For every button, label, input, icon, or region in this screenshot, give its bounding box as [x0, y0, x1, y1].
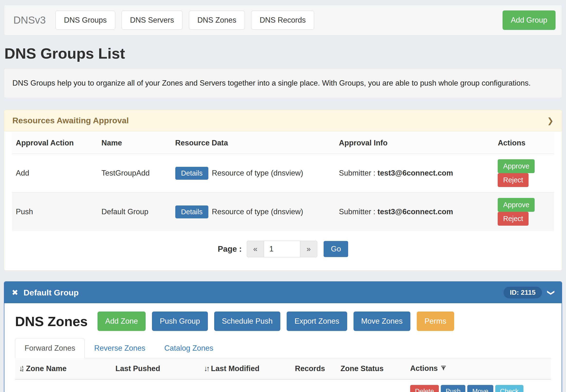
top-navigation-bar: DNSv3 DNS Groups DNS Servers DNS Zones D…	[4, 5, 562, 36]
add-group-button[interactable]: Add Group	[503, 11, 555, 30]
column-zone-status[interactable]: Zone Status	[336, 358, 406, 379]
column-last-pushed[interactable]: Last Pushed	[111, 358, 200, 379]
approval-table-row: Push Default Group DetailsResource of ty…	[12, 193, 554, 231]
submitter-label: Submitter :	[339, 169, 375, 177]
dns-zones-heading: DNS Zones	[15, 313, 88, 329]
approval-panel-title: Resources Awaiting Approval	[12, 116, 129, 125]
app-brand: DNSv3	[13, 14, 46, 26]
group-panel-header[interactable]: ✖ Default Group ID: 2115 ❯	[4, 282, 562, 303]
approval-info-cell: Submitter : test3@6connect.com	[335, 193, 494, 231]
resources-awaiting-approval-panel: Resources Awaiting Approval ❯ Approval A…	[4, 110, 562, 271]
submitter-email: test3@6connect.com	[378, 208, 453, 216]
column-approval-action: Approval Action	[12, 132, 97, 154]
nav-dns-records-button[interactable]: DNS Records	[251, 11, 314, 30]
last-modified-cell: 09/25/2020 23:05:27	[200, 379, 291, 392]
move-button[interactable]: Move	[467, 385, 493, 392]
approval-panel-body: Approval Action Name Resource Data Appro…	[4, 131, 562, 270]
column-zone-actions: Actions	[406, 358, 551, 379]
approval-actions-cell: ApproveReject	[494, 154, 554, 193]
approval-info-cell: Submitter : test3@6connect.com	[335, 154, 494, 193]
approval-action-cell: Push	[12, 193, 97, 231]
pagination-go-button[interactable]: Go	[324, 241, 348, 257]
export-zones-button[interactable]: Export Zones	[287, 311, 347, 331]
column-last-modified[interactable]: ↓↑Last Modified	[200, 358, 291, 379]
nav-dns-zones-button[interactable]: DNS Zones	[189, 11, 245, 30]
page-label: Page :	[218, 244, 242, 254]
dns-zones-toolbar: DNS Zones Add Zone Push Group Schedule P…	[15, 311, 551, 331]
zones-tabs: Forward Zones Reverse Zones Catalog Zone…	[15, 338, 551, 358]
tab-reverse-zones[interactable]: Reverse Zones	[85, 338, 155, 358]
zone-actions-cell: DeletePushMoveCheckPerms	[406, 379, 551, 392]
move-zones-button[interactable]: Move Zones	[354, 311, 411, 331]
sort-updown-icon[interactable]: ↓↑	[204, 364, 208, 373]
approval-actions-cell: ApproveReject	[494, 193, 554, 231]
details-button[interactable]: Details	[175, 167, 209, 180]
approve-button[interactable]: Approve	[498, 198, 535, 212]
page-number-input[interactable]	[264, 241, 300, 257]
nav-dns-servers-button[interactable]: DNS Servers	[122, 11, 183, 30]
sort-numeric-icon[interactable]: ↓12	[19, 364, 24, 373]
push-group-button[interactable]: Push Group	[152, 311, 208, 331]
group-id-badge: ID: 2115	[504, 287, 542, 298]
page-title: DNS Groups List	[4, 45, 562, 62]
records-cell: 11	[291, 379, 336, 392]
schedule-push-button[interactable]: Schedule Push	[214, 311, 281, 331]
perms-button[interactable]: Perms	[417, 311, 454, 331]
pagination-prev-button[interactable]: «	[247, 241, 264, 257]
push-button[interactable]: Push	[441, 385, 466, 392]
column-resource-data: Resource Data	[171, 132, 335, 154]
zone-row: actioncarrental.net. 01/08/2024 13:57:28…	[15, 379, 551, 392]
add-zone-button[interactable]: Add Zone	[97, 311, 146, 331]
zone-status-cell	[336, 379, 406, 392]
tab-catalog-zones[interactable]: Catalog Zones	[155, 338, 223, 358]
actions-header-label: Actions	[410, 364, 438, 373]
column-zone-name[interactable]: ↓12Zone Name	[15, 358, 111, 379]
last-pushed-cell: 01/08/2024 13:57:28	[111, 379, 200, 392]
delete-button[interactable]: Delete	[410, 385, 439, 392]
approval-name-cell: Default Group	[97, 193, 171, 231]
column-approval-info: Approval Info	[335, 132, 494, 154]
group-panel-title: Default Group	[24, 288, 79, 297]
group-panel-body: DNS Zones Add Zone Push Group Schedule P…	[4, 303, 562, 392]
column-name: Name	[97, 132, 171, 154]
approval-table-header-row: Approval Action Name Resource Data Appro…	[12, 132, 554, 154]
default-group-panel: ✖ Default Group ID: 2115 ❯ DNS Zones Add…	[4, 281, 562, 392]
tab-forward-zones[interactable]: Forward Zones	[15, 338, 85, 358]
details-button[interactable]: Details	[175, 206, 209, 218]
reject-button[interactable]: Reject	[498, 173, 528, 187]
page-description: DNS Groups help you to organize all of y…	[4, 68, 562, 98]
submitter-label: Submitter :	[339, 208, 375, 216]
chevron-down-icon[interactable]: ❯	[547, 289, 555, 295]
approval-pagination: Page : « » Go	[12, 231, 554, 266]
nav-dns-groups-button[interactable]: DNS Groups	[55, 11, 115, 30]
zone-name-header-label: Zone Name	[26, 364, 67, 373]
close-icon[interactable]: ✖	[12, 288, 18, 297]
pagination-next-button[interactable]: »	[300, 241, 317, 257]
column-records[interactable]: Records	[291, 358, 336, 379]
approval-resource-cell: DetailsResource of type (dnsview)	[171, 193, 335, 231]
approval-name-cell: TestGroupAdd	[97, 154, 171, 193]
approval-action-cell: Add	[12, 154, 97, 193]
group-header-right: ID: 2115 ❯	[504, 287, 554, 298]
chevron-right-icon[interactable]: ❯	[547, 116, 554, 125]
zone-name-cell: actioncarrental.net.	[15, 379, 111, 392]
submitter-email: test3@6connect.com	[378, 169, 453, 177]
approval-panel-header[interactable]: Resources Awaiting Approval ❯	[4, 110, 562, 131]
approval-resource-cell: DetailsResource of type (dnsview)	[171, 154, 335, 193]
approval-table-row: Add TestGroupAdd DetailsResource of type…	[12, 154, 554, 193]
filter-icon[interactable]	[440, 364, 447, 373]
resource-type-text: Resource of type (dnsview)	[212, 208, 303, 216]
zones-table-header-row: ↓12Zone Name Last Pushed ↓↑Last Modified…	[15, 358, 551, 379]
approve-button[interactable]: Approve	[498, 159, 535, 173]
check-button[interactable]: Check	[495, 385, 524, 392]
reject-button[interactable]: Reject	[498, 212, 528, 226]
approval-table: Approval Action Name Resource Data Appro…	[12, 132, 554, 231]
page-container: DNSv3 DNS Groups DNS Servers DNS Zones D…	[0, 5, 566, 392]
resource-type-text: Resource of type (dnsview)	[212, 169, 303, 177]
zones-table: ↓12Zone Name Last Pushed ↓↑Last Modified…	[15, 358, 551, 392]
last-modified-header-label: Last Modified	[211, 364, 259, 373]
column-actions: Actions	[494, 132, 554, 154]
